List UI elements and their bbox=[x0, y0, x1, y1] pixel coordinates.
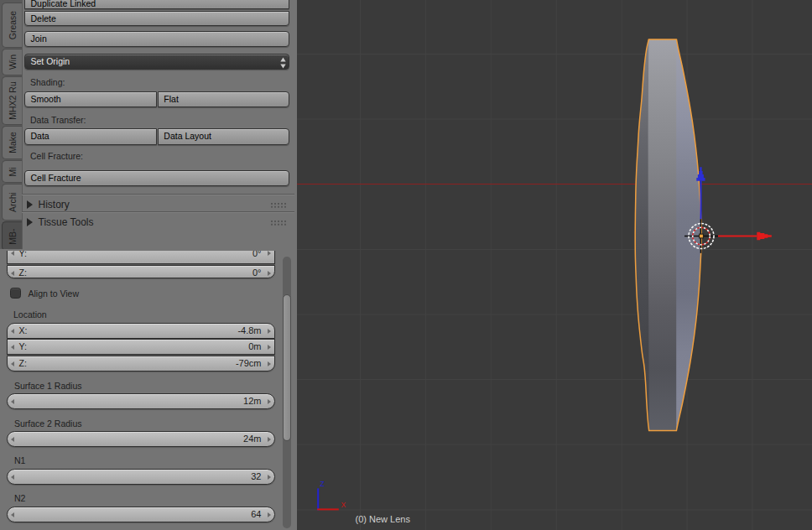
svg-text:(0) New Lens: (0) New Lens bbox=[356, 514, 411, 524]
svg-text:Z: Z bbox=[320, 480, 325, 488]
svg-text:X: X bbox=[341, 501, 346, 509]
